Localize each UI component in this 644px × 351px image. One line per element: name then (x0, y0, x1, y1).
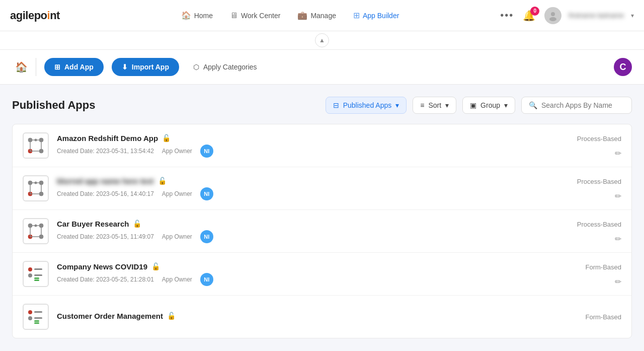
owner-initials: NI (204, 148, 209, 154)
add-app-label: Add App (64, 63, 94, 71)
lock-icon: 🔓 (151, 262, 160, 270)
svg-point-35 (28, 310, 32, 314)
published-apps-filter-button[interactable]: ⊟ Published Apps ▾ (326, 97, 407, 114)
nav-item-manage[interactable]: 💼 Manage (290, 7, 343, 24)
table-row: blurred app name here text 🔓 Created Dat… (13, 167, 631, 210)
app-name-row: Customer Order Management 🔓 (57, 312, 548, 320)
filter-chevron-icon: ▾ (395, 101, 399, 109)
apply-categories-button[interactable]: ⬡ Apply Categories (187, 59, 263, 75)
app-name-row: Amazon Redshift Demo App 🔓 (57, 134, 548, 143)
import-icon: ⬇ (122, 63, 128, 71)
user-name-nav[interactable]: firstname lastname (569, 12, 624, 19)
edit-icon[interactable]: ✏ (615, 191, 621, 201)
collapse-button[interactable]: ▲ (315, 33, 329, 47)
monitor-nav-icon: 🖥 (230, 11, 238, 20)
nav-right: ••• 🔔 0 firstname lastname ▾ (500, 7, 634, 24)
search-icon: 🔍 (529, 101, 537, 109)
app-icon-form (23, 304, 49, 330)
form-icon-svg (26, 264, 45, 284)
collapse-bar: ▲ (0, 31, 644, 50)
app-created-date: Created Date: 2023-05-15, 11:49:07 (57, 233, 154, 240)
categories-icon: ⬡ (193, 63, 199, 71)
app-created-date: Created Date: 2023-05-31, 13:54:42 (57, 148, 154, 155)
add-app-icon: ⊞ (54, 63, 60, 71)
app-meta: Created Date: 2023-05-25, 21:28:01 App O… (57, 273, 548, 286)
app-owner-label: App Owner (162, 276, 192, 283)
app-created-date: Created Date: 2023-05-25, 21:28:01 (57, 276, 154, 283)
edit-icon[interactable]: ✏ (615, 277, 621, 287)
table-row: Amazon Redshift Demo App 🔓 Created Date:… (13, 124, 631, 167)
add-app-button[interactable]: ⊞ Add App (44, 58, 104, 76)
svg-point-28 (35, 225, 37, 227)
toolbar: 🏠 ⊞ Add App ⬇ Import App ⬡ Apply Categor… (0, 50, 644, 85)
app-name-blurred: blurred app name here text (57, 177, 154, 185)
nav-item-home[interactable]: 🏠 Home (174, 7, 220, 24)
logo: agilepoint (10, 9, 60, 22)
svg-rect-36 (34, 311, 42, 313)
lock-icon: 🔓 (162, 134, 171, 142)
app-owner-label: App Owner (162, 148, 192, 155)
user-profile-circle[interactable]: C (614, 58, 632, 76)
app-owner-label: App Owner (162, 233, 192, 240)
group-label: Group (480, 101, 500, 109)
svg-rect-39 (34, 320, 39, 322)
owner-initials: NI (204, 234, 209, 240)
nav-item-manage-label: Manage (310, 12, 336, 20)
app-name-row: blurred app name here text 🔓 (57, 177, 548, 185)
svg-point-0 (551, 12, 555, 16)
svg-point-10 (35, 139, 37, 142)
owner-avatar: NI (200, 273, 213, 286)
app-actions: Form-Based (556, 311, 621, 323)
lock-icon: 🔓 (133, 220, 141, 228)
nav-links: 🏠 Home 🖥 Work Center 💼 Manage ⊞ App Buil… (80, 7, 500, 24)
group-button[interactable]: ▣ Group ▾ (462, 97, 515, 114)
app-icon-form (23, 261, 49, 287)
app-type-badge: Form-Based (585, 261, 621, 273)
app-type-badge: Form-Based (585, 311, 621, 323)
apply-categories-label: Apply Categories (203, 63, 257, 71)
sort-button[interactable]: ≡ Sort ▾ (413, 97, 456, 114)
process-icon-svg (26, 136, 45, 155)
import-app-button[interactable]: ⬇ Import App (112, 58, 179, 76)
app-name: Customer Order Management (57, 312, 163, 320)
app-icon-process (23, 218, 49, 244)
svg-rect-34 (34, 279, 39, 281)
user-chevron-icon[interactable]: ▾ (631, 12, 634, 19)
edit-icon[interactable]: ✏ (615, 149, 621, 158)
app-type-badge: Process-Based (577, 219, 621, 230)
import-app-label: Import App (132, 63, 169, 71)
sort-icon: ≡ (420, 101, 424, 109)
published-apps-filter-label: Published Apps (343, 101, 392, 109)
table-row: Company News COVID19 🔓 Created Date: 202… (13, 253, 631, 296)
search-input[interactable] (541, 101, 622, 109)
lock-icon: 🔓 (158, 177, 167, 185)
app-name: Amazon Redshift Demo App (57, 134, 158, 143)
app-list: Amazon Redshift Demo App 🔓 Created Date:… (12, 124, 632, 338)
app-actions: Process-Based ✏ (556, 133, 621, 158)
table-row: Car Buyer Research 🔓 Created Date: 2023-… (13, 210, 631, 253)
group-chevron-icon: ▾ (504, 101, 508, 109)
svg-rect-40 (34, 322, 39, 324)
top-navigation: agilepoint 🏠 Home 🖥 Work Center 💼 Manage… (0, 0, 644, 31)
app-owner-label: App Owner (162, 190, 192, 197)
svg-point-31 (28, 273, 32, 277)
svg-rect-33 (34, 277, 39, 279)
nav-item-home-label: Home (194, 12, 213, 20)
svg-point-37 (28, 316, 32, 320)
process-icon-svg (26, 222, 45, 241)
app-name-row: Car Buyer Research 🔓 (57, 220, 548, 228)
notification-button[interactable]: 🔔 0 (521, 8, 537, 24)
nav-item-app-builder[interactable]: ⊞ App Builder (346, 7, 406, 24)
app-type-badge: Process-Based (577, 133, 621, 145)
user-avatar-nav[interactable] (544, 7, 561, 24)
briefcase-nav-icon: 💼 (297, 11, 307, 20)
app-icon-process (23, 175, 49, 201)
page-title: Published Apps (12, 99, 319, 112)
home-toolbar-button[interactable]: 🏠 (12, 58, 36, 76)
edit-icon[interactable]: ✏ (615, 234, 621, 244)
more-menu-button[interactable]: ••• (500, 10, 514, 21)
nav-item-work-center[interactable]: 🖥 Work Center (223, 7, 287, 24)
app-meta: Created Date: 2023-05-31, 13:54:42 App O… (57, 145, 548, 158)
user-initial: C (620, 62, 626, 73)
filter-icon: ⊟ (333, 101, 339, 109)
